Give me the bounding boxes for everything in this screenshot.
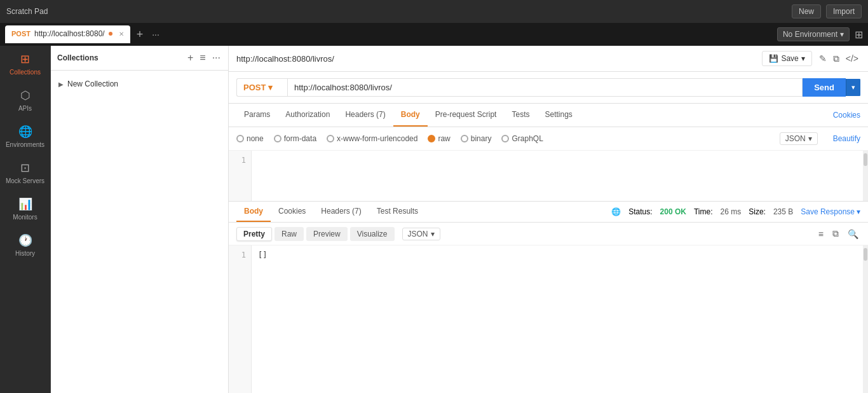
beautify-link[interactable]: Beautify — [833, 134, 860, 143]
time-value: 26 ms — [721, 207, 742, 216]
panel-add-button[interactable]: + — [186, 51, 194, 65]
request-area: http://localhost:8080/livros/ 💾 Save ▾ ✎… — [229, 46, 868, 393]
panel-sort-button[interactable]: ≡ — [198, 51, 207, 65]
send-caret-button[interactable]: ▾ — [846, 79, 860, 96]
url-display-text: http://localhost:8080/livros/ — [236, 54, 757, 64]
tab-bar: POST http://localhost:8080/ ✕ + ··· No E… — [0, 23, 868, 46]
tab-tests[interactable]: Tests — [504, 104, 537, 127]
radio-graphql-dot — [501, 135, 509, 142]
filter-icon[interactable]: ≡ — [817, 226, 825, 241]
grid-icon[interactable]: ⊞ — [855, 29, 863, 41]
option-none[interactable]: none — [236, 134, 264, 143]
tab-more-icon[interactable]: ··· — [149, 29, 162, 39]
response-tab-body[interactable]: Body — [236, 202, 271, 222]
panel-title: Collections — [57, 53, 182, 62]
globe-icon: 🌐 — [611, 207, 621, 216]
send-main-button[interactable]: Send — [803, 78, 846, 97]
environments-icon: 🌐 — [18, 125, 32, 139]
option-graphql[interactable]: GraphQL — [501, 134, 543, 143]
top-bar: Scratch Pad New Import — [0, 0, 868, 23]
method-label: POST — [243, 83, 266, 92]
option-none-label: none — [247, 134, 264, 143]
save-response-chevron: ▾ — [857, 207, 860, 216]
main-layout: ⊞ Collections ⬡ APIs 🌐 Environments ⊡ Mo… — [0, 46, 868, 393]
response-body-text: [] — [258, 251, 267, 259]
format-preview-button[interactable]: Preview — [306, 227, 348, 241]
save-chevron-icon: ▾ — [801, 54, 805, 63]
panel-header: Collections + ≡ ··· — [51, 46, 228, 71]
save-response-button[interactable]: Save Response ▾ — [801, 207, 860, 216]
request-code-content[interactable] — [252, 151, 863, 201]
json-badge-chevron: ▾ — [808, 134, 812, 143]
format-visualize-button[interactable]: Visualize — [350, 227, 395, 241]
time-label: Time: — [694, 207, 713, 216]
sidebar-item-collections[interactable]: ⊞ Collections — [0, 46, 50, 82]
response-json-selector[interactable]: JSON ▾ — [402, 228, 440, 240]
tab-authorization[interactable]: Authorization — [278, 104, 337, 127]
sidebar-label-mock-servers: Mock Servers — [6, 177, 44, 184]
tab-close-icon[interactable]: ✕ — [119, 31, 124, 38]
response-json-chevron: ▾ — [431, 230, 435, 238]
save-button[interactable]: 💾 Save ▾ — [762, 51, 811, 66]
response-tab-test-results[interactable]: Test Results — [369, 202, 426, 222]
edit-icon[interactable]: ✎ — [817, 52, 829, 66]
option-graphql-label: GraphQL — [512, 134, 543, 143]
option-raw[interactable]: raw — [428, 134, 450, 143]
save-label: Save — [781, 54, 798, 63]
url-input[interactable] — [287, 78, 803, 97]
monitors-icon: 📊 — [18, 197, 32, 211]
sidebar-item-environments[interactable]: 🌐 Environments — [0, 118, 50, 155]
line-num-1: 1 — [234, 156, 246, 165]
new-button[interactable]: New — [792, 4, 821, 18]
body-options: none form-data x-www-form-urlencoded raw… — [229, 127, 868, 151]
tab-pre-request[interactable]: Pre-request Script — [428, 104, 505, 127]
request-code-area: 1 — [229, 151, 868, 202]
cookies-link[interactable]: Cookies — [833, 111, 860, 120]
method-select[interactable]: POST ▾ — [236, 78, 287, 97]
tab-add-button[interactable]: + — [133, 28, 147, 41]
request-scrollbar-thumb — [864, 153, 867, 166]
collection-chevron-icon: ▶ — [58, 81, 64, 88]
response-tab-headers[interactable]: Headers (7) — [313, 202, 369, 222]
sidebar-item-apis[interactable]: ⬡ APIs — [0, 82, 50, 118]
response-copy-icon[interactable]: ⧉ — [831, 226, 841, 241]
copy-icon[interactable]: ⧉ — [831, 52, 841, 66]
new-collection-label: New Collection — [67, 79, 118, 88]
apis-icon: ⬡ — [20, 88, 31, 102]
status-value: 200 OK — [660, 207, 686, 216]
sidebar-label-monitors: Monitors — [13, 214, 37, 221]
response-tab-cookies[interactable]: Cookies — [271, 202, 313, 222]
option-binary[interactable]: binary — [461, 134, 492, 143]
request-input-row: POST ▾ Send ▾ — [229, 72, 868, 104]
sidebar-item-monitors[interactable]: 📊 Monitors — [0, 191, 50, 227]
sidebar-item-history[interactable]: 🕐 History — [0, 227, 50, 263]
tab-headers[interactable]: Headers (7) — [337, 104, 393, 127]
response-scrollbar[interactable] — [863, 245, 868, 393]
request-scrollbar[interactable] — [863, 151, 868, 201]
response-toolbar-right: ≡ ⧉ 🔍 — [815, 226, 860, 241]
format-pretty-button[interactable]: Pretty — [236, 227, 272, 241]
environment-selector[interactable]: No Environment ▾ — [777, 27, 850, 41]
response-tabs-row: Body Cookies Headers (7) Test Results 🌐 … — [229, 202, 868, 223]
sidebar-item-mock-servers[interactable]: ⊡ Mock Servers — [0, 155, 50, 191]
active-tab[interactable]: POST http://localhost:8080/ ✕ — [5, 25, 130, 43]
tab-right-actions: No Environment ▾ ⊞ — [777, 27, 863, 41]
panel-more-button[interactable]: ··· — [211, 51, 222, 65]
import-button[interactable]: Import — [826, 4, 862, 18]
tab-body[interactable]: Body — [393, 104, 428, 127]
json-badge[interactable]: JSON ▾ — [780, 132, 818, 145]
new-collection-item[interactable]: ▶ New Collection — [56, 76, 223, 92]
tab-params[interactable]: Params — [236, 104, 278, 127]
request-line-numbers: 1 — [229, 151, 252, 201]
code-icon[interactable]: </> — [844, 52, 860, 66]
tab-settings[interactable]: Settings — [537, 104, 580, 127]
format-raw-button[interactable]: Raw — [275, 227, 304, 241]
response-search-icon[interactable]: 🔍 — [846, 226, 860, 241]
env-chevron-icon: ▾ — [840, 30, 844, 39]
option-form-data[interactable]: form-data — [274, 134, 316, 143]
sidebar-label-collections: Collections — [10, 69, 41, 76]
tab-method: POST — [11, 30, 31, 38]
url-toolbar-icons: ✎ ⧉ </> — [817, 52, 860, 66]
radio-binary-dot — [461, 135, 468, 142]
option-urlencoded[interactable]: x-www-form-urlencoded — [327, 134, 417, 143]
